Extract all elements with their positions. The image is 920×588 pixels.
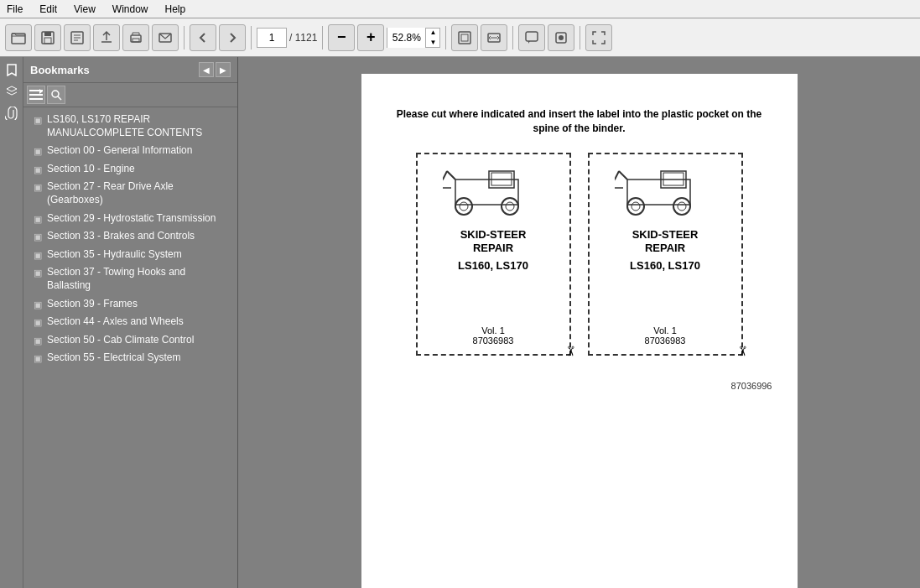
bookmark-item[interactable]: ▣Section 10 - Engine: [23, 160, 237, 179]
zoom-down-btn[interactable]: ▼: [426, 38, 439, 48]
bookmark-item[interactable]: ▣Section 50 - Cab Climate Control: [23, 331, 237, 350]
zoom-up-btn[interactable]: ▲: [426, 28, 439, 38]
svg-line-28: [443, 171, 447, 180]
menu-view[interactable]: View: [70, 2, 99, 17]
bookmark-item[interactable]: ▣Section 37 - Towing Hooks and Ballastin…: [23, 263, 237, 294]
comment-button[interactable]: [518, 24, 545, 51]
sidebar-expand-button[interactable]: ▶: [216, 62, 231, 77]
bookmark-icon: ▣: [34, 316, 42, 328]
sidebar-title: Bookmarks: [30, 64, 90, 76]
bookmark-text: Section 29 - Hydrostatic Transmission: [47, 212, 231, 226]
menu-file[interactable]: File: [3, 2, 26, 17]
bookmark-list: ▣LS160, LS170 REPAIR MANUALCOMPLETE CONT…: [23, 107, 237, 588]
bookmark-item[interactable]: ▣Section 00 - General Information: [23, 142, 237, 160]
svg-point-18: [52, 91, 59, 97]
layers-icon[interactable]: [3, 82, 21, 101]
bookmark-item[interactable]: ▣Section 27 - Rear Drive Axle (Gearboxes…: [23, 178, 237, 209]
bookmark-item[interactable]: ▣Section 55 - Electrical System: [23, 349, 237, 367]
svg-rect-11: [526, 32, 538, 41]
svg-rect-9: [461, 34, 468, 41]
bookmark-text: Section 39 - Frames: [47, 298, 231, 311]
svg-point-33: [632, 202, 640, 211]
machine-image-2: [615, 163, 715, 221]
bookmark-icon: ▣: [34, 335, 42, 346]
bookmark-icon: ▣: [34, 231, 42, 242]
bookmark-icon: ▣: [34, 352, 42, 364]
zoom-input[interactable]: [387, 28, 425, 48]
label-title-2: SKID-STEERREPAIR: [598, 228, 733, 257]
bookmark-item[interactable]: ▣LS160, LS170 REPAIR MANUALCOMPLETE CONT…: [23, 111, 237, 142]
bookmark-text: Section 37 - Towing Hooks and Ballasting: [47, 266, 231, 292]
label-vol-2: Vol. 1: [598, 325, 733, 336]
bookmark-text: Section 10 - Engine: [47, 163, 231, 176]
sidebar-options-button[interactable]: [27, 86, 45, 104]
svg-point-32: [627, 198, 644, 215]
bookmark-icon: ▣: [34, 267, 42, 278]
bookmark-panel-icon[interactable]: [3, 60, 21, 79]
print-button[interactable]: [122, 24, 149, 51]
scissors-icon-1: ✂: [563, 346, 579, 356]
separator-3: [322, 26, 323, 49]
bookmark-icon: ▣: [34, 114, 42, 126]
fullscreen-button[interactable]: [585, 24, 612, 51]
save-button[interactable]: [34, 24, 61, 51]
bookmark-item[interactable]: ▣Section 29 - Hydrostatic Transmission: [23, 210, 237, 228]
sidebar-header: Bookmarks ◀ ▶: [23, 57, 237, 83]
bookmark-item[interactable]: ▣Section 44 - Axles and Wheels: [23, 313, 237, 331]
bookmark-icon: ▣: [34, 164, 42, 175]
menu-bar: File Edit View Window Help: [0, 0, 920, 18]
edit-button[interactable]: [64, 24, 91, 51]
svg-point-34: [673, 198, 690, 215]
bookmark-item[interactable]: ▣Section 35 - Hydraulic System: [23, 246, 237, 264]
bookmark-item[interactable]: ▣Section 39 - Frames: [23, 295, 237, 314]
separator-2: [251, 26, 252, 49]
forward-button[interactable]: [219, 24, 246, 51]
bookmark-text: Section 33 - Brakes and Controls: [47, 230, 231, 243]
svg-point-23: [455, 198, 472, 215]
menu-help[interactable]: Help: [162, 2, 190, 17]
highlight-button[interactable]: [548, 24, 574, 51]
bookmark-item[interactable]: ▣Section 33 - Brakes and Controls: [23, 227, 237, 246]
svg-line-36: [619, 171, 627, 180]
page-input[interactable]: [257, 28, 287, 48]
back-button[interactable]: [190, 24, 216, 51]
svg-marker-17: [39, 89, 43, 94]
fit-page-button[interactable]: [451, 24, 478, 51]
attachment-icon[interactable]: [3, 104, 21, 122]
sidebar-collapse-button[interactable]: ◀: [199, 62, 214, 77]
toolbar: / 1121 − + ▲ ▼: [0, 18, 920, 57]
menu-edit[interactable]: Edit: [36, 2, 60, 17]
footer-code: 87036996: [731, 381, 772, 391]
sidebar: Bookmarks ◀ ▶ ▣LS160, LS170 REPAIR MANUA…: [23, 57, 238, 588]
email-button[interactable]: [152, 24, 179, 51]
label-box-2: SKID-STEERREPAIR LS160, LS170 Vol. 1 870…: [588, 153, 743, 356]
bookmark-text: Section 44 - Axles and Wheels: [47, 315, 231, 329]
zoom-out-button[interactable]: −: [328, 24, 355, 51]
bookmark-text: Section 55 - Electrical System: [47, 351, 231, 365]
label-model-2: LS160, LS170: [598, 259, 733, 272]
bookmark-text: Section 27 - Rear Drive Axle (Gearboxes): [47, 180, 231, 206]
content-area[interactable]: Please cut where indicated and insert th…: [238, 57, 920, 588]
svg-rect-29: [627, 180, 690, 205]
svg-rect-15: [29, 94, 43, 96]
zoom-in-button[interactable]: +: [357, 24, 384, 51]
left-icon-strip: [0, 57, 23, 588]
svg-rect-2: [44, 32, 51, 36]
bookmark-icon: ▣: [34, 145, 42, 157]
menu-window[interactable]: Window: [109, 2, 152, 17]
svg-rect-3: [44, 38, 51, 44]
svg-point-25: [502, 198, 518, 215]
svg-line-27: [447, 171, 455, 180]
open-button[interactable]: [5, 24, 32, 51]
separator-6: [580, 26, 580, 49]
separator-5: [512, 26, 513, 49]
machine-image-1: [443, 163, 543, 221]
bookmark-text: Section 50 - Cab Climate Control: [47, 334, 231, 347]
upload-button[interactable]: [93, 24, 120, 51]
sidebar-search-button[interactable]: [47, 86, 65, 104]
fit-width-button[interactable]: [481, 24, 507, 51]
svg-rect-16: [29, 98, 43, 100]
scissors-icon-2: ✂: [735, 346, 751, 356]
svg-line-37: [615, 171, 619, 180]
svg-rect-8: [459, 32, 470, 44]
